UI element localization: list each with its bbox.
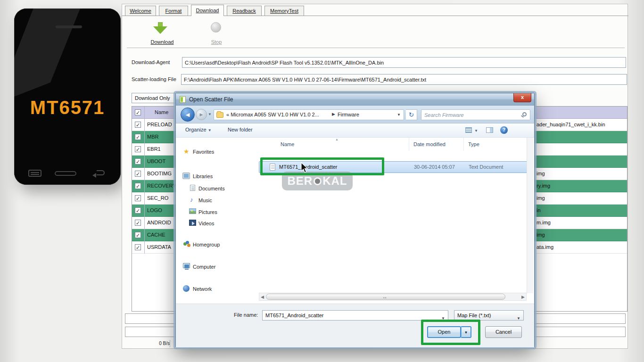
pictures-icon <box>189 208 196 214</box>
dialog-titlebar[interactable]: Open Scatter File x <box>176 93 534 106</box>
row-checkbox[interactable] <box>135 183 141 189</box>
download-button[interactable]: Download <box>141 19 183 47</box>
computer-icon <box>183 263 190 268</box>
tab-readback[interactable]: Readback <box>227 6 262 16</box>
sidebar-item-pictures[interactable]: Pictures <box>198 209 217 215</box>
watermark-circle-icon <box>314 177 322 185</box>
list-horizontal-scrollbar[interactable]: ◀ ▪▪ ▶ <box>259 293 527 301</box>
name-column-header: Name <box>155 109 168 115</box>
select-all-checkbox[interactable] <box>135 109 141 115</box>
sidebar-item-network[interactable]: Network <box>193 286 212 292</box>
row-checkbox[interactable] <box>135 220 141 226</box>
music-icon: ♪ <box>190 197 198 203</box>
forward-icon[interactable]: ▶ <box>196 109 207 120</box>
dialog-command-bar: Organize ▼ New folder ▼ ? <box>176 123 534 138</box>
search-box[interactable] <box>421 109 530 120</box>
column-header-date[interactable]: Date modified <box>413 141 446 147</box>
help-icon[interactable]: ? <box>500 126 508 134</box>
organize-menu[interactable]: Organize ▼ <box>185 127 212 132</box>
search-icon <box>522 112 527 116</box>
annotation-box-open <box>421 320 480 345</box>
file-date-modified: 30-06-2014 05:07 <box>414 164 455 170</box>
annotation-box-file <box>260 157 384 175</box>
sidebar-item-music[interactable]: Music <box>198 197 212 203</box>
breadcrumb-current[interactable]: Firmware <box>338 112 359 117</box>
back-icon[interactable]: ◀ <box>181 107 195 122</box>
list-vertical-scrollbar[interactable] <box>527 138 533 293</box>
libraries-icon <box>182 173 190 179</box>
download-arrow-icon-head <box>153 26 167 34</box>
dialog-address-bar: ◀ ▶ ▼ « Micromax A065 SW V1.0 HW V1.0 2.… <box>176 106 534 123</box>
row-checkbox[interactable] <box>135 134 141 140</box>
videos-icon <box>189 220 196 226</box>
recent-pages-caret-icon[interactable]: ▼ <box>208 112 212 116</box>
speed-status: 0 B/s <box>125 340 170 347</box>
file-type-caret-icon[interactable]: ▼ <box>517 314 520 323</box>
column-header-type[interactable]: Type <box>468 141 479 147</box>
back-softkey-icon <box>92 169 106 177</box>
sidebar-item-homegroup[interactable]: Homegroup <box>193 242 220 247</box>
menu-softkey-icon <box>28 170 41 177</box>
documents-icon <box>190 185 195 191</box>
tab-download[interactable]: Download <box>191 5 224 16</box>
download-agent-label: Download-Agent <box>132 59 170 65</box>
search-input[interactable] <box>424 111 516 119</box>
row-checkbox[interactable] <box>135 244 141 250</box>
tab-welcome[interactable]: Welcome <box>125 6 156 16</box>
row-checkbox[interactable] <box>135 146 141 152</box>
home-softkey-icon <box>55 171 76 176</box>
preview-pane-icon[interactable] <box>486 127 493 133</box>
open-scatter-file-dialog: Open Scatter File x ◀ ▶ ▼ « Micromax A06… <box>175 93 535 347</box>
phone-mockup: MT6571 <box>14 8 121 185</box>
screenshot-stage: MT6571 Welcome Format Download Readback … <box>0 0 644 362</box>
sidebar-item-computer[interactable]: Computer <box>193 264 215 270</box>
scrollbar-thumb[interactable]: ▪▪ <box>266 294 505 300</box>
scatter-file-input[interactable] <box>181 74 627 85</box>
sidebar-item-libraries[interactable]: Libraries <box>193 173 213 179</box>
change-view-icon[interactable] <box>465 127 472 133</box>
breadcrumb-parent[interactable]: « Micromax A065 SW V1.0 HW V1.0 2... <box>226 112 319 117</box>
mouse-cursor <box>301 162 308 173</box>
tab-memorytest[interactable]: MemoryTest <box>264 6 304 16</box>
change-view-caret-icon[interactable]: ▼ <box>474 129 478 133</box>
column-header-name[interactable]: Name <box>281 141 294 147</box>
dialog-icon <box>180 96 186 103</box>
dialog-title: Open Scatter File <box>189 96 233 103</box>
breadcrumb[interactable]: « Micromax A065 SW V1.0 HW V1.0 2... ▶ F… <box>214 109 404 120</box>
file-name-label: File name: <box>234 312 258 318</box>
new-folder-button[interactable]: New folder <box>228 127 253 132</box>
homegroup-icon <box>183 241 191 247</box>
tab-format[interactable]: Format <box>159 6 188 16</box>
scroll-right-icon[interactable]: ▶ <box>521 295 525 299</box>
sidebar-item-documents[interactable]: Documents <box>198 186 225 191</box>
phone-screen-glare <box>14 8 121 185</box>
row-checkbox[interactable] <box>135 207 141 214</box>
row-checkbox[interactable] <box>135 158 141 165</box>
row-checkbox[interactable] <box>135 122 141 128</box>
file-type: Text Document <box>469 164 503 170</box>
phone-speaker <box>56 25 82 28</box>
phone-chipset-label: MT6571 <box>14 97 121 118</box>
favorites-star-icon: ★ <box>183 148 191 155</box>
file-type-dropdown[interactable]: Map File (*.txt) ▼ <box>454 310 524 321</box>
breadcrumb-chevron-icon: ▶ <box>332 112 335 116</box>
breadcrumb-dropdown-caret-icon[interactable]: ▼ <box>397 113 401 117</box>
sidebar-item-videos[interactable]: Videos <box>198 221 214 226</box>
network-icon <box>183 285 190 292</box>
row-checkbox[interactable] <box>135 171 141 177</box>
cancel-button[interactable]: Cancel <box>485 326 522 338</box>
scroll-left-icon[interactable]: ◀ <box>261 295 264 299</box>
organize-caret-icon: ▼ <box>208 128 212 132</box>
download-agent-input[interactable] <box>182 57 626 68</box>
sidebar-item-favorites[interactable]: Favorites <box>193 149 214 155</box>
row-checkbox[interactable] <box>135 232 141 238</box>
scatter-file-label: Scatter-loading File <box>132 76 176 82</box>
file-name-combo[interactable]: MT6571_Android_scatter ▼ <box>262 310 448 321</box>
sort-caret-icon: ▲ <box>335 138 339 141</box>
refresh-icon[interactable]: ↻ <box>406 109 417 120</box>
close-icon[interactable]: x <box>513 93 531 102</box>
stop-button[interactable]: Stop <box>198 19 235 47</box>
stop-icon <box>211 22 221 33</box>
row-checkbox[interactable] <box>135 195 141 201</box>
folder-icon <box>216 112 223 118</box>
